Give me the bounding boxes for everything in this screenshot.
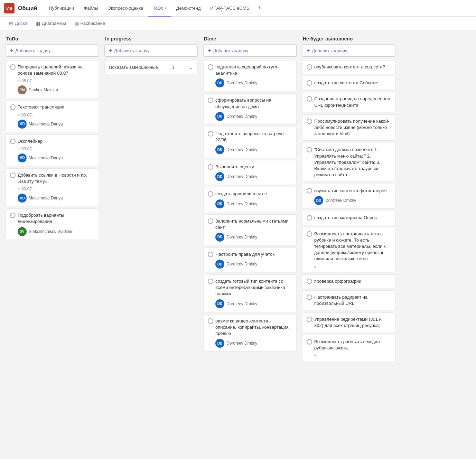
done-card-8-avatar: DD Dorofeev Dmitriy [215, 299, 292, 308]
column-not-done: Не будет выполнено + Добавить задачу опу… [302, 36, 395, 453]
add-task-in-progress[interactable]: + Добавить задачу [104, 44, 198, 57]
nd-card-9[interactable]: проверка орфографии [302, 274, 395, 288]
nd-card-5[interactable]: "Система должна позволять 1. Управлять м… [302, 143, 395, 182]
nav-add-button[interactable]: + [254, 0, 265, 17]
done-card-8-check[interactable] [208, 279, 213, 284]
done-card-5-check[interactable] [208, 191, 213, 197]
todo-card-5[interactable]: Подоброать варианты лицензирования SV St… [6, 208, 99, 240]
top-nav: Ие Общий Публикации Файлы Экспресс-оценк… [0, 0, 476, 17]
nd-card-12-check[interactable] [307, 339, 312, 345]
avatar-dd-9: DD [215, 339, 224, 348]
nav-ecms[interactable]: ИТАР-ТАСС eCMS [206, 0, 254, 17]
done-card-2[interactable]: сформировать вопросы на обсуждение на де… [203, 93, 297, 124]
done-card-8[interactable]: создать готовый тип контента со всеми ин… [203, 274, 297, 312]
todo-card-1-date: ≡ 08.07. [18, 78, 94, 83]
done-card-6[interactable]: Заполнить нормальными статьями сайт DD D… [203, 214, 297, 245]
done-card-5-assignee: Dorofeev Dmitriy [226, 202, 257, 206]
nd-card-11[interactable]: Управление редиректами (301 и 302) для в… [302, 312, 395, 332]
column-todo-header: ToDo [6, 36, 99, 41]
todo-card-1-check[interactable] [10, 64, 16, 70]
nd-card-8-title-row: Возможность настраивать теги в рубрике и… [307, 231, 391, 262]
nd-card-3[interactable]: Создание страниц на определенном URL фро… [302, 92, 395, 112]
todo-card-4[interactable]: Добавить ссылки в Новости и пр. «На эту … [6, 168, 99, 206]
todo-card-3[interactable]: Эксплейнер ≡ 09.07. MD Maksimova Dariya [6, 134, 99, 166]
nav-files[interactable]: Файлы [79, 0, 103, 17]
nd-card-8[interactable]: Возможность настраивать теги в рубрике и… [302, 227, 395, 272]
nd-card-9-title-row: проверка орфографии [307, 278, 391, 284]
nd-card-6[interactable]: изучить тип контента фотогалерея DD Doro… [302, 184, 395, 209]
add-task-in-progress-label: Добавить задачу [114, 48, 149, 53]
todo-card-1-date-value: 08.07. [21, 78, 33, 83]
nd-card-7-title: создать тип материала Опрос [314, 215, 377, 221]
nav-publications[interactable]: Публикации [44, 0, 79, 17]
add-task-todo[interactable]: + Добавить задачу [6, 44, 99, 57]
sub-nav-schedule[interactable]: ▤ Расписание [71, 17, 109, 30]
board-area: ToDo + Добавить задачу Поправить сценари… [0, 30, 476, 459]
todo-card-2[interactable]: Текстовая трансляция ≡ 09.07. MD Maksimo… [6, 100, 99, 132]
todo-card-3-avatar: MD Maksimova Dariya [18, 153, 94, 162]
done-card-9-check[interactable] [208, 318, 213, 324]
done-card-1-avatar: DD Dorofeev Dmitriy [215, 78, 292, 87]
done-card-1[interactable]: подготовить сценарий по гугл-аналитике D… [203, 60, 297, 91]
done-card-4[interactable]: Выполнить оценку DD Dorofeev Dmitriy [203, 160, 297, 185]
nd-card-12-title: Возможность работать с медиа рубрики/сюж… [314, 339, 391, 351]
nd-card-9-title: проверка орфографии [314, 278, 361, 284]
todo-card-3-title: Эксплейнер [18, 138, 43, 144]
done-card-9[interactable]: разметка видео-контента - описание, копи… [203, 314, 297, 352]
sub-nav-board[interactable]: ⊞ Доска [6, 17, 31, 30]
nd-card-12[interactable]: Возможность работать с медиа рубрики/сюж… [302, 335, 395, 361]
done-card-4-title-row: Выполнить оценку [208, 164, 292, 170]
nd-card-6-check[interactable] [307, 188, 312, 194]
done-card-3-avatar: DD Dorofeev Dmitriy [215, 145, 292, 154]
done-card-7-avatar: DD Dorofeev Dmitriy [215, 260, 292, 269]
nd-card-7-title-row: создать тип материала Опрос [307, 215, 391, 221]
nd-card-7[interactable]: создать тип материала Опрос [302, 211, 395, 225]
nd-card-8-check[interactable] [307, 231, 312, 237]
done-card-3-check[interactable] [208, 131, 213, 137]
nd-card-6-assignee: Dorofeev Dmitriy [325, 198, 356, 203]
done-card-2-check[interactable] [208, 97, 213, 103]
nd-card-4[interactable]: Просимулировать получение какой-либо нов… [302, 114, 395, 141]
nd-card-10[interactable]: Настраивать редирект на произвольный URL [302, 290, 395, 310]
add-task-todo-label: Добавить задачу [15, 48, 50, 53]
nd-card-11-check[interactable] [307, 317, 312, 322]
nd-card-7-check[interactable] [307, 215, 312, 221]
nd-card-2[interactable]: создать тип контента Событие [302, 76, 395, 90]
sub-nav-diagrams[interactable]: ▦ Диаграммы [32, 17, 69, 30]
done-card-6-check[interactable] [208, 218, 213, 224]
nd-card-5-check[interactable] [307, 147, 312, 152]
nd-card-4-check[interactable] [307, 119, 312, 124]
done-card-1-assignee: Dorofeev Dmitriy [226, 81, 257, 85]
nd-card-1[interactable]: опубликовать контент в соц.сети? [302, 60, 395, 74]
nav-express[interactable]: Экспресс-оценка [103, 0, 148, 17]
add-task-not-done[interactable]: + Добавить задачу [302, 44, 395, 57]
nd-card-1-check[interactable] [307, 64, 312, 70]
add-task-done-label: Добавить задачу [213, 48, 248, 53]
nav-demo[interactable]: Демо-стенд [171, 0, 206, 17]
nd-card-10-check[interactable] [307, 294, 312, 300]
done-card-7-check[interactable] [208, 252, 213, 257]
add-task-done[interactable]: + Добавить задачу [203, 44, 297, 57]
show-completed-label: Показать завершенные [109, 65, 158, 70]
done-card-1-check[interactable] [208, 64, 213, 70]
todo-cards-list: Поправить сценарий показа на основе заме… [6, 60, 99, 453]
done-card-5[interactable]: создать профили в гугле DD Dorofeev Dmit… [203, 187, 297, 212]
nd-card-5-title: "Система должна позволять 1. Управлять м… [314, 147, 391, 178]
show-completed-row[interactable]: Показать завершенные 1 ⌄ [104, 60, 198, 74]
todo-card-5-check[interactable] [10, 213, 16, 218]
nd-card-2-check[interactable] [307, 80, 312, 86]
done-card-4-check[interactable] [208, 164, 213, 170]
todo-card-1-assignee: Pankov Maksim [29, 87, 58, 92]
todo-card-4-check[interactable] [10, 172, 16, 178]
nd-card-3-check[interactable] [307, 96, 312, 102]
todo-card-3-check[interactable] [10, 139, 16, 144]
todo-card-1[interactable]: Поправить сценарий показа на основе заме… [6, 60, 99, 98]
chevron-down-icon: ⌄ [189, 64, 193, 71]
nav-todo[interactable]: ToDo ▾ [148, 0, 171, 17]
done-card-3[interactable]: Подготовить вопросы ко встрече 22/06 DD … [203, 127, 297, 158]
todo-card-4-avatar: MD Maksimova Dariya [18, 194, 94, 203]
nd-card-9-check[interactable] [307, 279, 312, 284]
done-card-7[interactable]: Настроить права для учеток DD Dorofeev D… [203, 247, 297, 272]
sub-nav-diagrams-label: Диаграммы [42, 21, 66, 26]
todo-card-2-check[interactable] [10, 104, 16, 110]
